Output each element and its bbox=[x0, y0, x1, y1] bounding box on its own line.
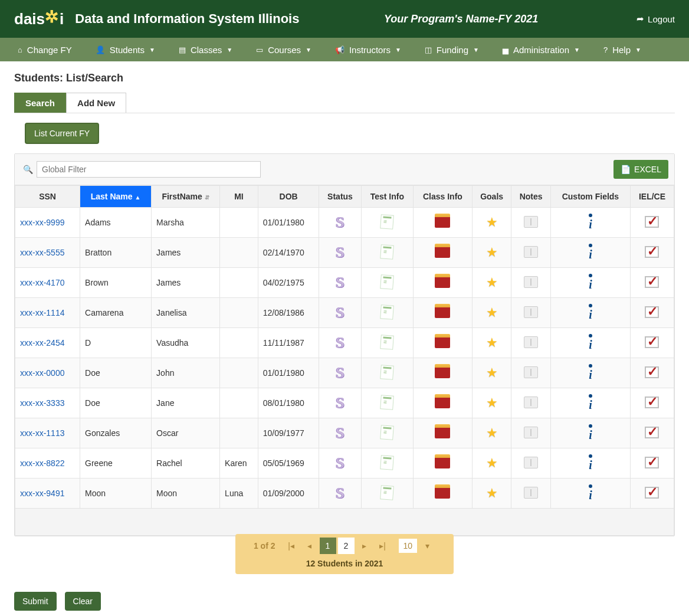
info-icon[interactable]: i bbox=[556, 394, 625, 411]
status-icon[interactable]: S bbox=[336, 214, 344, 231]
class-info-icon[interactable] bbox=[435, 276, 450, 288]
col-header-ielce[interactable]: IEL/CE bbox=[630, 186, 674, 208]
status-icon[interactable]: S bbox=[336, 484, 344, 502]
pager-next-button[interactable]: ▸ bbox=[356, 538, 373, 554]
col-header-ssn[interactable]: SSN bbox=[15, 186, 80, 208]
test-info-icon[interactable] bbox=[380, 395, 394, 409]
notes-icon[interactable] bbox=[524, 336, 538, 348]
ielce-check-icon[interactable] bbox=[645, 487, 659, 499]
ielce-check-icon[interactable] bbox=[645, 427, 659, 438]
col-header-classinfo[interactable]: Class Info bbox=[414, 186, 473, 208]
ssn-link[interactable]: xxx-xx-9491 bbox=[20, 489, 64, 498]
info-icon[interactable]: i bbox=[556, 454, 625, 471]
goals-star-icon[interactable]: ★ bbox=[486, 395, 498, 410]
col-header-notes[interactable]: Notes bbox=[511, 186, 551, 208]
info-icon[interactable]: i bbox=[556, 424, 625, 441]
info-icon[interactable]: i bbox=[556, 334, 625, 350]
status-icon[interactable]: S bbox=[336, 454, 344, 471]
status-icon[interactable]: S bbox=[336, 424, 344, 441]
notes-icon[interactable] bbox=[524, 306, 538, 318]
ielce-check-icon[interactable] bbox=[645, 397, 659, 408]
ssn-link[interactable]: xxx-xx-9999 bbox=[20, 218, 64, 227]
col-header-goals[interactable]: Goals bbox=[472, 186, 511, 208]
notes-icon[interactable] bbox=[524, 246, 538, 258]
test-info-icon[interactable] bbox=[380, 485, 394, 500]
tab-add-new[interactable]: Add New bbox=[66, 93, 126, 113]
notes-icon[interactable] bbox=[524, 397, 538, 408]
ssn-link[interactable]: xxx-xx-2454 bbox=[20, 338, 64, 348]
notes-icon[interactable] bbox=[524, 276, 538, 288]
notes-icon[interactable] bbox=[524, 366, 538, 378]
pager-page-2[interactable]: 2 bbox=[338, 538, 355, 554]
pager-prev-button[interactable]: ◂ bbox=[301, 538, 318, 554]
pager-last-button[interactable]: ▸| bbox=[375, 538, 391, 554]
ssn-link[interactable]: xxx-xx-5555 bbox=[20, 248, 64, 257]
status-icon[interactable]: S bbox=[336, 394, 344, 411]
status-icon[interactable]: S bbox=[336, 304, 344, 321]
nav-item-students[interactable]: 👤Students▼ bbox=[84, 40, 167, 60]
info-icon[interactable]: i bbox=[556, 214, 625, 230]
class-info-icon[interactable] bbox=[435, 336, 450, 348]
pager-page-size[interactable]: 10 bbox=[399, 539, 418, 553]
ielce-check-icon[interactable] bbox=[645, 276, 659, 288]
logout-link[interactable]: ➦ Logout bbox=[636, 14, 675, 24]
test-info-icon[interactable] bbox=[380, 244, 394, 259]
test-info-icon[interactable] bbox=[380, 304, 394, 319]
pager-size-dropdown[interactable]: ▾ bbox=[419, 538, 435, 554]
ssn-link[interactable]: xxx-xx-0000 bbox=[20, 368, 64, 378]
test-info-icon[interactable] bbox=[380, 365, 394, 379]
goals-star-icon[interactable]: ★ bbox=[486, 335, 498, 350]
ielce-check-icon[interactable] bbox=[645, 336, 659, 348]
pager-page-1[interactable]: 1 bbox=[320, 538, 336, 554]
ssn-link[interactable]: xxx-xx-3333 bbox=[20, 398, 64, 408]
goals-star-icon[interactable]: ★ bbox=[486, 425, 498, 440]
class-info-icon[interactable] bbox=[435, 397, 450, 408]
ielce-check-icon[interactable] bbox=[645, 306, 659, 318]
col-header-dob[interactable]: DOB bbox=[258, 186, 319, 208]
goals-star-icon[interactable]: ★ bbox=[486, 365, 498, 380]
ielce-check-icon[interactable] bbox=[645, 216, 659, 228]
goals-star-icon[interactable]: ★ bbox=[486, 215, 498, 230]
class-info-icon[interactable] bbox=[435, 246, 450, 258]
nav-item-help[interactable]: ?Help▼ bbox=[592, 40, 653, 60]
class-info-icon[interactable] bbox=[435, 366, 450, 378]
info-icon[interactable]: i bbox=[556, 484, 625, 501]
ielce-check-icon[interactable] bbox=[645, 246, 659, 258]
ielce-check-icon[interactable] bbox=[645, 366, 659, 378]
goals-star-icon[interactable]: ★ bbox=[486, 456, 498, 470]
tab-search[interactable]: Search bbox=[14, 93, 66, 113]
list-current-fy-button[interactable]: List Current FY bbox=[25, 123, 99, 144]
test-info-icon[interactable] bbox=[380, 214, 394, 229]
status-icon[interactable]: S bbox=[336, 364, 344, 381]
test-info-icon[interactable] bbox=[380, 455, 394, 470]
pager-first-button[interactable]: |◂ bbox=[283, 538, 300, 554]
clear-button[interactable]: Clear bbox=[65, 592, 101, 611]
ssn-link[interactable]: xxx-xx-1114 bbox=[20, 308, 64, 317]
nav-item-courses[interactable]: ▭Courses▼ bbox=[244, 40, 323, 60]
ssn-link[interactable]: xxx-xx-1113 bbox=[20, 428, 64, 438]
notes-icon[interactable] bbox=[524, 457, 538, 468]
class-info-icon[interactable] bbox=[435, 216, 450, 228]
ssn-link[interactable]: xxx-xx-4170 bbox=[20, 278, 64, 287]
col-header-custom[interactable]: Custom Fields bbox=[550, 186, 630, 208]
class-info-icon[interactable] bbox=[435, 487, 450, 499]
status-icon[interactable]: S bbox=[336, 334, 344, 351]
nav-item-change-fy[interactable]: ⌂Change FY bbox=[6, 40, 84, 60]
excel-export-button[interactable]: 📄 EXCEL bbox=[613, 160, 668, 179]
col-header-mi[interactable]: MI bbox=[220, 186, 258, 208]
ielce-check-icon[interactable] bbox=[645, 457, 659, 468]
global-filter-input[interactable] bbox=[37, 161, 261, 178]
notes-icon[interactable] bbox=[524, 427, 538, 438]
nav-item-funding[interactable]: ◫Funding▼ bbox=[413, 40, 491, 60]
goals-star-icon[interactable]: ★ bbox=[486, 245, 498, 260]
notes-icon[interactable] bbox=[524, 487, 538, 499]
submit-button[interactable]: Submit bbox=[14, 592, 57, 611]
col-header-first[interactable]: FirstName⇵ bbox=[152, 186, 220, 208]
status-icon[interactable]: S bbox=[336, 244, 344, 261]
test-info-icon[interactable] bbox=[380, 425, 394, 440]
col-header-status[interactable]: Status bbox=[319, 186, 361, 208]
info-icon[interactable]: i bbox=[556, 304, 625, 320]
nav-item-administration[interactable]: ▅Administration▼ bbox=[491, 40, 592, 60]
info-icon[interactable]: i bbox=[556, 274, 625, 290]
status-icon[interactable]: S bbox=[336, 274, 344, 291]
